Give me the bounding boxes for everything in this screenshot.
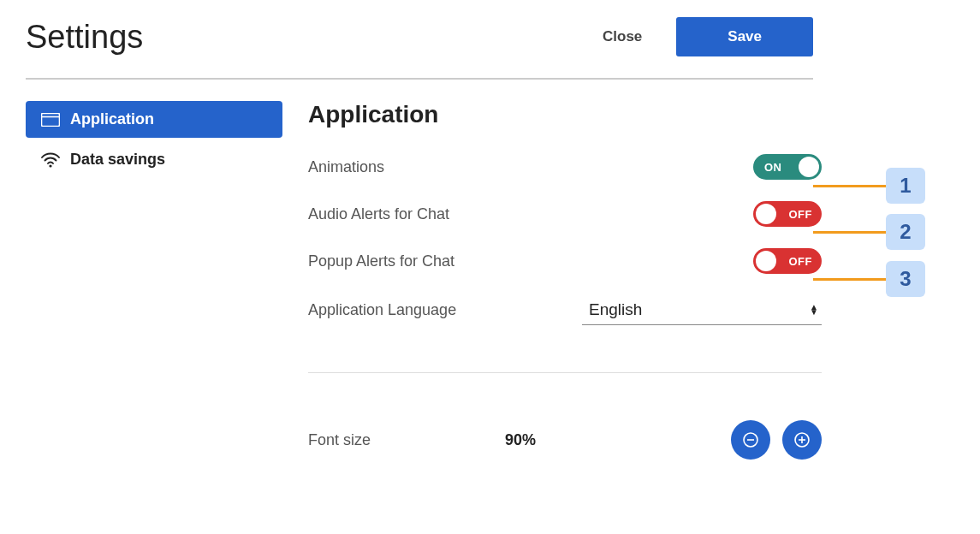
select-value: English (589, 300, 642, 319)
toggle-state-label: OFF (789, 208, 813, 221)
sidebar-item-label: Data savings (70, 151, 165, 169)
font-size-value: 90% (505, 431, 731, 449)
callout-number: 1 (886, 168, 925, 204)
setting-label: Animations (308, 158, 384, 176)
toggle-popup-alerts[interactable]: OFF (753, 248, 822, 274)
wifi-icon (41, 152, 60, 168)
setting-row-animations: Animations ON (308, 154, 822, 180)
setting-label: Audio Alerts for Chat (308, 205, 449, 223)
decrease-font-button[interactable] (731, 420, 770, 460)
sidebar: Application Data savings (26, 101, 282, 460)
page-title: Settings (26, 19, 143, 56)
svg-rect-0 (42, 113, 60, 126)
sidebar-item-application[interactable]: Application (26, 101, 282, 138)
callout-1: 1 (813, 168, 925, 204)
setting-row-popup-alerts: Popup Alerts for Chat OFF (308, 248, 822, 274)
toggle-state-label: OFF (789, 255, 813, 268)
toggle-knob (756, 251, 776, 271)
divider (308, 372, 822, 373)
callout-line (813, 231, 886, 234)
setting-row-language: Application Language English ▲▼ (308, 295, 822, 325)
toggle-state-label: ON (764, 161, 782, 174)
toggle-animations[interactable]: ON (753, 154, 822, 180)
close-button[interactable]: Close (603, 28, 642, 45)
callout-line (813, 185, 886, 187)
toggle-knob (756, 204, 776, 224)
sidebar-item-label: Application (70, 110, 154, 128)
toggle-audio-alerts[interactable]: OFF (753, 201, 822, 227)
callout-number: 2 (886, 214, 925, 250)
setting-label: Popup Alerts for Chat (308, 252, 454, 270)
callout-number: 3 (886, 261, 925, 297)
plus-icon (793, 431, 811, 448)
callout-line (813, 278, 886, 281)
callout-3: 3 (813, 261, 925, 297)
window-icon (41, 112, 60, 128)
sidebar-item-data-savings[interactable]: Data savings (26, 141, 282, 178)
minus-icon (742, 431, 759, 448)
setting-label: Application Language (308, 301, 582, 319)
svg-point-2 (49, 164, 51, 167)
setting-row-font-size: Font size 90% (308, 420, 822, 460)
save-button[interactable]: Save (676, 17, 813, 56)
updown-icon: ▲▼ (810, 305, 818, 315)
font-size-buttons (731, 420, 822, 460)
language-select[interactable]: English ▲▼ (582, 295, 822, 325)
header: Settings Close Save (26, 17, 813, 80)
setting-row-audio-alerts: Audio Alerts for Chat OFF (308, 201, 822, 227)
callout-2: 2 (813, 214, 925, 250)
increase-font-button[interactable] (782, 420, 822, 460)
section-heading: Application (308, 101, 937, 128)
setting-label: Font size (308, 431, 505, 449)
header-actions: Close Save (603, 17, 813, 56)
